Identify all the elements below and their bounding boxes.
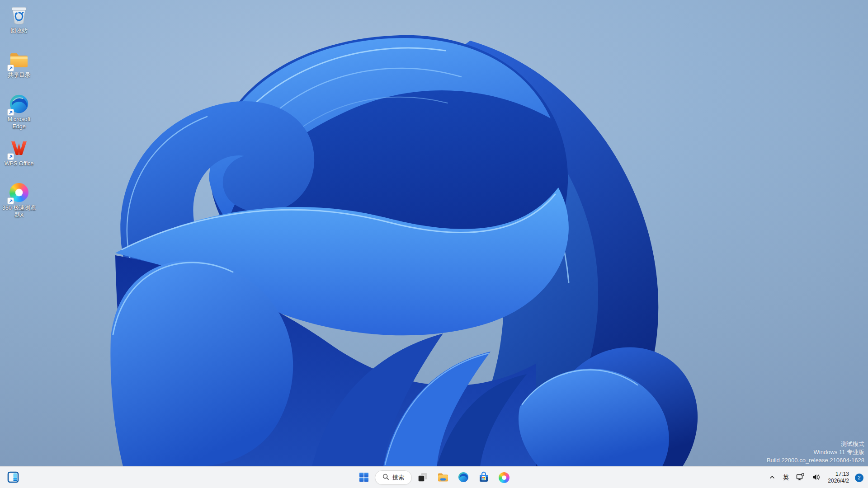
wallpaper-bloom xyxy=(0,0,868,466)
desktop-icon-shared-folder[interactable]: 共享目录 xyxy=(0,49,38,87)
notification-count: 2 xyxy=(858,475,860,480)
desktop-icon-label: 共享目录 xyxy=(8,71,30,79)
360-browser-icon xyxy=(499,472,509,483)
360-browser-icon xyxy=(8,182,30,203)
edge-icon xyxy=(8,93,30,115)
hidden-icons-button[interactable] xyxy=(766,469,778,486)
watermark-line-test-mode: 测试模式 xyxy=(767,440,864,448)
watermark-line-build: Build 22000.co_release.210604-1628 xyxy=(767,456,864,465)
desktop-icon-label: WPS Office xyxy=(5,160,33,167)
taskbar-search[interactable]: 搜索 xyxy=(375,470,412,485)
folder-icon xyxy=(8,49,30,70)
task-view-icon xyxy=(417,472,428,484)
chevron-up-icon xyxy=(769,474,775,482)
desktop[interactable]: 回收站 共享目录 xyxy=(0,0,868,466)
file-explorer-icon xyxy=(437,471,449,484)
recycle-bin-icon xyxy=(8,5,30,26)
edge-button[interactable] xyxy=(454,469,472,487)
widgets-button[interactable] xyxy=(4,469,23,487)
shortcut-arrow-icon xyxy=(7,197,14,204)
ime-mode-label: 英 xyxy=(783,474,789,482)
taskbar: 搜索 xyxy=(0,466,868,488)
clock-date: 2026/4/2 xyxy=(828,478,849,484)
edge-icon xyxy=(458,472,469,484)
notification-count-badge[interactable]: 2 xyxy=(855,474,863,482)
windows-start-icon xyxy=(359,472,369,484)
volume-button[interactable] xyxy=(809,469,823,486)
shortcut-arrow-icon xyxy=(7,153,14,160)
watermark-line-edition: Windows 11 专业版 xyxy=(767,448,864,456)
file-explorer-button[interactable] xyxy=(434,469,453,487)
shortcut-arrow-icon xyxy=(7,109,14,116)
desktop-icon-recycle-bin[interactable]: 回收站 xyxy=(0,5,38,42)
clock[interactable]: 17:13 2026/4/2 xyxy=(824,469,853,486)
desktop-icon-label: 回收站 xyxy=(10,27,28,34)
ime-mode-button[interactable]: 英 xyxy=(779,469,792,486)
build-watermark: 测试模式 Windows 11 专业版 Build 22000.co_relea… xyxy=(767,440,864,465)
network-ethernet-icon xyxy=(796,473,805,482)
desktop-icon-list: 回收站 共享目录 xyxy=(0,5,38,226)
desktop-icon-label: Microsoft Edge xyxy=(0,116,38,130)
desktop-icon-microsoft-edge[interactable]: Microsoft Edge xyxy=(0,93,38,131)
wps-office-icon xyxy=(8,137,30,159)
clock-time: 17:13 xyxy=(835,471,849,478)
360-browser-button[interactable] xyxy=(495,469,513,487)
start-button[interactable] xyxy=(355,469,373,487)
desktop-icon-label: 360 极速浏览器X xyxy=(0,204,38,219)
microsoft-store-icon xyxy=(478,471,490,484)
search-label: 搜索 xyxy=(392,474,404,482)
search-icon xyxy=(382,474,389,482)
widgets-icon xyxy=(7,471,19,484)
volume-icon xyxy=(812,474,820,482)
desktop-icon-360-browser[interactable]: 360 极速浏览器X xyxy=(0,182,38,220)
network-button[interactable] xyxy=(793,469,808,486)
microsoft-store-button[interactable] xyxy=(474,469,493,487)
desktop-icon-wps-office[interactable]: WPS Office xyxy=(0,137,38,175)
shortcut-arrow-icon xyxy=(7,65,14,71)
task-view-button[interactable] xyxy=(414,469,432,487)
